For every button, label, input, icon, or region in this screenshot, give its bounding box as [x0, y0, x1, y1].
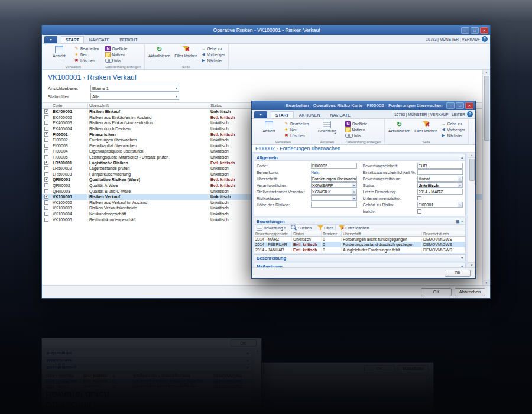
- column-header[interactable]: Status: [209, 103, 249, 108]
- bewertung-row[interactable]: 2014 - FEBRUAREvtl. kritisch0Forderungsb…: [254, 242, 465, 247]
- aktualisieren-button[interactable]: ↻Aktualisieren: [147, 44, 173, 65]
- fasttab-allgemein-header[interactable]: Allgemein ▴: [254, 154, 465, 161]
- bearbeiten-button[interactable]: ✎Bearbeiten: [73, 46, 100, 51]
- field-input[interactable]: ▾: [311, 195, 357, 201]
- checkbox[interactable]: [417, 209, 421, 214]
- scroll-down-icon[interactable]: ▼: [483, 280, 490, 285]
- tab-aktionen[interactable]: AKTIONEN: [294, 111, 325, 118]
- checkbox-icon[interactable]: [44, 172, 48, 176]
- filter-button[interactable]: Filter: [317, 225, 333, 231]
- bewertung-button[interactable]: Bewertung: [314, 119, 340, 140]
- bewertung-row[interactable]: 2014 - MÄRZUnkritisch0Forderungen leicht…: [254, 237, 465, 242]
- minimize-button[interactable]: –: [461, 27, 469, 34]
- loeschen-button[interactable]: ✖Löschen: [283, 132, 310, 138]
- field-input[interactable]: 2014 - MÄRZ: [417, 189, 463, 195]
- column-header[interactable]: Code: [51, 103, 88, 108]
- statusfilter-select[interactable]: Alle ▾: [90, 93, 179, 100]
- filter-loeschen-button[interactable]: ✖Filter löschen: [173, 44, 199, 65]
- chevron-up-icon[interactable]: ▴: [461, 156, 463, 159]
- column-header[interactable]: Status: [292, 231, 322, 236]
- application-menu-button[interactable]: ▾: [254, 111, 267, 118]
- scroll-up-icon[interactable]: ▲: [483, 70, 490, 75]
- ansichtsebene-select[interactable]: Ebene 1 ▾: [90, 85, 179, 92]
- column-header[interactable]: Überschrift: [88, 103, 209, 108]
- field-input[interactable]: Monat▾: [417, 176, 463, 182]
- select-column-header[interactable]: [42, 103, 51, 108]
- help-icon[interactable]: ?: [467, 111, 473, 117]
- neu-button[interactable]: ★Neu: [283, 127, 310, 132]
- checkbox-icon[interactable]: [44, 166, 48, 170]
- scroll-thumb[interactable]: [484, 76, 489, 141]
- maximize-button[interactable]: □: [471, 27, 479, 34]
- neu-button[interactable]: ★Neu: [73, 51, 100, 57]
- close-button[interactable]: ✕: [465, 102, 473, 109]
- checkbox-icon[interactable]: [44, 144, 48, 148]
- dropdown-icon[interactable]: ▾: [458, 183, 462, 187]
- bearbeiten-button[interactable]: ✎Bearbeiten: [283, 121, 310, 127]
- chevron-up-icon[interactable]: ▴: [461, 219, 463, 223]
- ansicht-button[interactable]: Ansicht: [46, 44, 72, 65]
- naechster-button[interactable]: ▶Nächster: [200, 57, 226, 63]
- dropdown-icon[interactable]: ▾: [352, 183, 356, 187]
- gehe-zu-button[interactable]: →Gehe zu: [440, 121, 466, 127]
- field-input[interactable]: Unkritisch▾: [417, 182, 463, 188]
- loeschen-button[interactable]: ✖Löschen: [73, 57, 100, 63]
- fasttab-beschreibung[interactable]: Beschreibung▾: [254, 254, 466, 261]
- notizen-button[interactable]: Notizen: [104, 51, 128, 57]
- field-input[interactable]: [311, 202, 357, 208]
- field-input[interactable]: FI00001▾: [417, 202, 463, 208]
- dropdown-icon[interactable]: ▾: [458, 176, 462, 181]
- column-header[interactable]: Tendenz: [322, 231, 342, 236]
- scroll-up-icon[interactable]: ▲: [468, 153, 475, 158]
- vorheriger-button[interactable]: ◀Vorheriger: [200, 51, 226, 57]
- fasttab-bewertungen-header[interactable]: Bewertungen ⊞ ▴: [254, 218, 465, 225]
- filter-loeschen-button[interactable]: ✖Filter löschen: [338, 225, 369, 231]
- column-header[interactable]: Überschrift: [342, 231, 422, 236]
- checkbox-icon[interactable]: [44, 200, 48, 205]
- tab-bericht[interactable]: BERICHT: [115, 36, 142, 43]
- application-menu-button[interactable]: ▾: [44, 36, 57, 43]
- aktualisieren-button[interactable]: ↻Aktualisieren: [387, 119, 413, 140]
- dropdown-icon[interactable]: ▾: [352, 189, 356, 194]
- column-header[interactable]: Bewertungsperiode: [254, 231, 292, 236]
- checkbox-icon[interactable]: [44, 155, 48, 159]
- ok-button[interactable]: OK: [421, 288, 452, 296]
- naechster-button[interactable]: ▶Nächster: [440, 132, 466, 138]
- notizen-button[interactable]: Notizen: [344, 127, 368, 132]
- field-input[interactable]: FI00002: [311, 163, 357, 169]
- column-header[interactable]: Bewertet durch: [422, 231, 465, 236]
- field-link-value[interactable]: Nein: [311, 170, 319, 174]
- checkbox-icon[interactable]: [44, 127, 48, 131]
- dialog-titlebar[interactable]: Bearbeiten - Operatives Risiko Karte - F…: [252, 101, 475, 110]
- bewertung-row[interactable]: 2014 - JANUAREvtl. kritisch0Ausgleich de…: [254, 247, 465, 253]
- suchen-button[interactable]: Suchen: [291, 225, 312, 231]
- dropdown-icon[interactable]: ▾: [458, 202, 462, 207]
- scroll-down-icon[interactable]: ▼: [468, 262, 475, 267]
- field-input[interactable]: Forderungen überwachen: [311, 176, 357, 182]
- close-button[interactable]: ✕: [480, 27, 488, 34]
- checkbox-icon[interactable]: [44, 189, 48, 193]
- scroll-thumb[interactable]: [469, 159, 475, 181]
- field-input[interactable]: XGWSAPP▾: [311, 182, 357, 188]
- links-button[interactable]: Links: [104, 57, 128, 63]
- dialog-ok-button[interactable]: OK: [445, 270, 471, 277]
- checkbox-icon[interactable]: [44, 121, 48, 125]
- dropdown-icon[interactable]: ▾: [352, 196, 356, 200]
- checkbox-icon[interactable]: ✔: [44, 161, 48, 165]
- links-button[interactable]: Links: [344, 132, 368, 138]
- vorheriger-button[interactable]: ◀Vorheriger: [440, 127, 466, 132]
- help-icon[interactable]: ?: [482, 36, 488, 42]
- tab-start[interactable]: START: [61, 36, 84, 43]
- gehe-zu-button[interactable]: →Gehe zu: [200, 46, 226, 51]
- checkbox-icon[interactable]: [44, 212, 48, 216]
- checkbox-icon[interactable]: [44, 138, 48, 142]
- tab-navigate[interactable]: NAVIGATE: [326, 111, 355, 118]
- field-input[interactable]: EUR: [417, 163, 463, 169]
- tab-start[interactable]: START: [271, 111, 294, 118]
- checkbox-icon[interactable]: ✔: [44, 132, 48, 137]
- fasttab-ma-nahmen[interactable]: Maßnahmen▾: [254, 263, 466, 267]
- vertical-scrollbar[interactable]: ▲ ▼: [468, 153, 475, 267]
- vertical-scrollbar[interactable]: ▲ ▼: [482, 70, 490, 285]
- checkbox-icon[interactable]: [44, 206, 48, 210]
- grid-icon[interactable]: ⊞: [456, 219, 459, 224]
